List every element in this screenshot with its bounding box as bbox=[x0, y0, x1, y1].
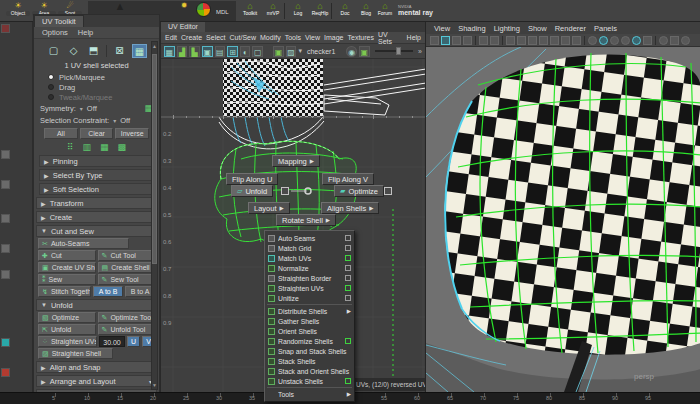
select-all-button[interactable]: All bbox=[44, 128, 78, 139]
menu-item-snap-and-stack-shells[interactable]: Snap and Stack Shells bbox=[265, 346, 354, 356]
cut-button[interactable]: ✚Cut bbox=[38, 250, 96, 261]
menu-shading[interactable]: Shading bbox=[458, 24, 486, 33]
a-to-b-button[interactable]: A to B bbox=[93, 286, 123, 297]
marking-flip-v-button[interactable]: Flip Along V bbox=[322, 173, 374, 185]
object-light-icon[interactable]: ☀Object bbox=[6, 1, 30, 21]
menu-item-distribute-shells[interactable]: Distribute Shells▶ bbox=[265, 306, 354, 316]
marking-optimize-button[interactable]: ▰Optimize bbox=[334, 185, 384, 197]
option-box[interactable] bbox=[345, 295, 351, 301]
option-box[interactable] bbox=[345, 378, 351, 384]
section-align-and-snap[interactable]: ▶Align and Snap bbox=[36, 361, 157, 373]
stitch-together-button[interactable]: ↯Stitch Together bbox=[38, 286, 91, 297]
symmetry-value[interactable]: Off bbox=[87, 104, 97, 113]
create-shell-grid-button[interactable]: ▤Create Shell (Grid) bbox=[98, 262, 156, 273]
marking-unfold-button[interactable]: ▱Unfold bbox=[231, 185, 273, 197]
scrollbar-thumb[interactable] bbox=[152, 54, 157, 264]
option-box[interactable] bbox=[345, 255, 351, 261]
camera-lock-icon[interactable] bbox=[441, 36, 450, 45]
section-select-by-type[interactable]: ▶Select By Type bbox=[39, 169, 157, 181]
shadows-icon[interactable] bbox=[632, 36, 641, 45]
option-box[interactable] bbox=[345, 235, 351, 241]
exposure-icon[interactable]: ◉ bbox=[346, 46, 357, 57]
menu-item-orient-shells[interactable]: Orient Shells bbox=[265, 326, 354, 336]
grid-toggle-icon[interactable] bbox=[506, 36, 515, 45]
mr-doc-icon[interactable]: ⌂Doc bbox=[334, 1, 356, 21]
camera-select-icon[interactable] bbox=[430, 36, 439, 45]
field-chart-icon[interactable] bbox=[550, 36, 559, 45]
cut-tool-button[interactable]: ✎Cut Tool bbox=[98, 250, 156, 261]
sew-button[interactable]: ⁑Sew bbox=[38, 274, 96, 285]
optimize-tool-button[interactable]: ✎Optimize Tool bbox=[98, 312, 156, 323]
isolate-select-icon[interactable] bbox=[659, 36, 668, 45]
menu-item-unitize[interactable]: Unitize bbox=[265, 293, 354, 303]
film-gate-icon[interactable] bbox=[517, 36, 526, 45]
mr-reqhlp-icon[interactable]: ⌂ReqHlp bbox=[309, 1, 331, 21]
exposure-slider[interactable] bbox=[375, 50, 413, 52]
marking-flip-u-button[interactable]: Flip Along U bbox=[226, 173, 278, 185]
shaded-icon[interactable] bbox=[599, 36, 608, 45]
menu-item-match-grid[interactable]: Match Grid bbox=[265, 243, 354, 253]
xray-joints-icon[interactable] bbox=[681, 36, 690, 45]
constraint-value[interactable]: Off bbox=[120, 116, 130, 125]
select-clear-button[interactable]: Clear bbox=[80, 128, 114, 139]
section-arrange-and-layout[interactable]: ▶Arrange and Layout▾ bbox=[36, 375, 157, 387]
uv-editor-tab[interactable]: UV Editor bbox=[161, 22, 205, 32]
tool-icon[interactable] bbox=[1, 150, 10, 159]
menu-item-stack-shells[interactable]: Stack Shells bbox=[265, 356, 354, 366]
radio-pick-marquee[interactable]: Pick/Marquee bbox=[34, 72, 159, 82]
sew-tool-button[interactable]: ✎Sew Tool bbox=[98, 274, 156, 285]
textured-icon[interactable] bbox=[610, 36, 619, 45]
marking-layout-button[interactable]: Layout▶ bbox=[248, 202, 290, 214]
uv-grid-icon[interactable]: ▦ bbox=[164, 46, 175, 57]
menu-image[interactable]: Image bbox=[324, 34, 343, 41]
gamma-icon[interactable]: ▣ bbox=[359, 46, 370, 57]
menu-help[interactable]: Help bbox=[407, 34, 421, 41]
section-unfold[interactable]: ▼Unfold bbox=[36, 299, 157, 311]
uv-distortion2-icon[interactable]: ▙ bbox=[189, 46, 200, 57]
menu-view[interactable]: View bbox=[305, 34, 320, 41]
maya-logo-icon[interactable] bbox=[1, 338, 10, 347]
uv-icon[interactable]: ⊠ bbox=[112, 44, 127, 58]
camera-attrs-icon[interactable] bbox=[452, 36, 461, 45]
menu-item-randomize-shells[interactable]: Randomize Shells bbox=[265, 336, 354, 346]
optimize-button[interactable]: ▧Optimize bbox=[38, 312, 96, 323]
section-soft-selection[interactable]: ▶Soft Selection bbox=[39, 183, 157, 195]
tool-icon[interactable] bbox=[1, 368, 10, 377]
tool-icon[interactable] bbox=[1, 270, 10, 279]
uv-distortion-icon[interactable]: ▟ bbox=[177, 46, 188, 57]
uv-border-icon[interactable]: ▤ bbox=[215, 46, 226, 57]
scroll-down-icon[interactable]: ▼ bbox=[152, 381, 157, 389]
option-box[interactable] bbox=[345, 285, 351, 291]
safe-action-icon[interactable] bbox=[561, 36, 570, 45]
menu-item-match-uvs[interactable]: Match UVs bbox=[265, 253, 354, 263]
mr-toolkit-icon[interactable]: ⌂Toolkit bbox=[239, 1, 261, 21]
screen-ao-icon[interactable] bbox=[643, 36, 652, 45]
menu-show[interactable]: Show bbox=[528, 24, 547, 33]
uv-tile-icon[interactable]: ⊞ bbox=[227, 46, 238, 57]
image-plane-icon[interactable] bbox=[479, 36, 488, 45]
uv-image-icon[interactable]: ▢ bbox=[252, 46, 263, 57]
bookmark-icon[interactable] bbox=[463, 36, 472, 45]
menu-view[interactable]: View bbox=[434, 24, 450, 33]
toolbar-overflow-icon[interactable]: » bbox=[418, 48, 422, 55]
chevron-down-icon[interactable]: ▾ bbox=[298, 47, 302, 55]
resolution-gate-icon[interactable] bbox=[528, 36, 537, 45]
menu-options[interactable]: Options bbox=[42, 28, 68, 37]
xray-icon[interactable] bbox=[670, 36, 679, 45]
wireframe-icon[interactable] bbox=[588, 36, 597, 45]
optimize-option-box[interactable] bbox=[384, 187, 392, 195]
menu-item-tools[interactable]: Tools▶ bbox=[265, 389, 354, 399]
menu-item-gather-shells[interactable]: Gather Shells bbox=[265, 316, 354, 326]
convert-uv-icon[interactable]: ▩ bbox=[118, 143, 127, 152]
menu-panels[interactable]: Panels bbox=[594, 24, 617, 33]
option-box[interactable] bbox=[345, 245, 351, 251]
menu-edit[interactable]: Edit bbox=[165, 34, 177, 41]
convert-vertex-icon[interactable]: ⠿ bbox=[67, 143, 74, 152]
chevron-down-icon[interactable]: ▾ bbox=[80, 105, 83, 112]
face-icon[interactable]: ⬒ bbox=[86, 44, 101, 58]
menu-select[interactable]: Select bbox=[206, 34, 225, 41]
mdl-label[interactable]: MDL bbox=[216, 9, 229, 15]
menu-tools[interactable]: Tools bbox=[285, 34, 301, 41]
sun-light-icon[interactable]: ✹ bbox=[172, 1, 196, 21]
section-create[interactable]: ▶Create bbox=[36, 211, 157, 223]
